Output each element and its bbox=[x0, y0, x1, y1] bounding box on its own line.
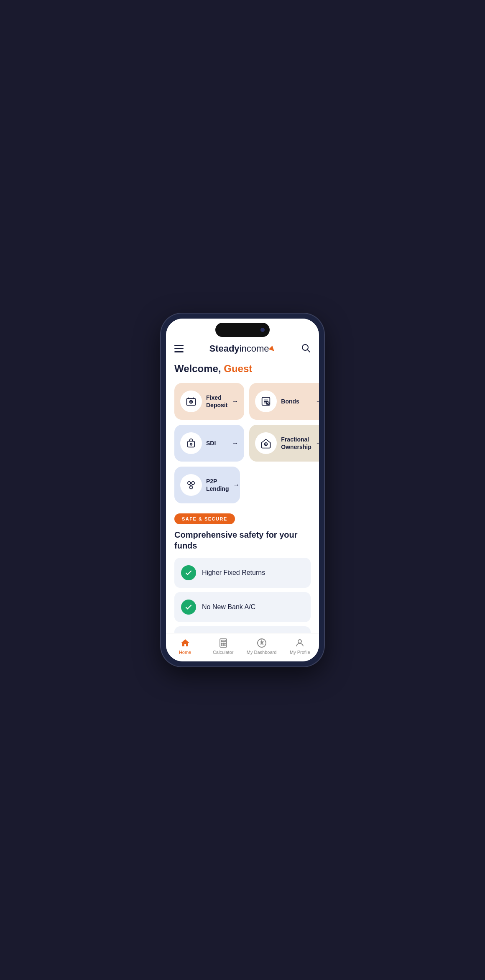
svg-point-11 bbox=[190, 443, 192, 445]
feature-card-digital: Fully Digital Process bbox=[174, 626, 311, 633]
main-content: Welcome, Guest Fixed Deposit → bbox=[166, 360, 319, 633]
fd-icon bbox=[185, 396, 197, 407]
fo-icon-wrap bbox=[255, 432, 277, 454]
feature-label-bank: No New Bank A/C bbox=[202, 603, 255, 611]
menu-button[interactable] bbox=[174, 345, 184, 352]
profile-icon bbox=[294, 638, 305, 648]
logo-bold-text: Steady bbox=[209, 343, 239, 354]
bonds-icon bbox=[260, 396, 272, 407]
product-card-fo[interactable]: Fractional Ownership → bbox=[249, 425, 319, 462]
svg-point-29 bbox=[298, 640, 301, 643]
svg-point-28 bbox=[261, 643, 262, 644]
svg-point-3 bbox=[190, 401, 193, 403]
fo-label: Fractional Ownership bbox=[281, 436, 311, 451]
p2p-arrow: → bbox=[233, 481, 240, 489]
nav-profile[interactable]: My Profile bbox=[285, 638, 314, 655]
fo-icon bbox=[260, 437, 272, 449]
check-icon-bank bbox=[181, 600, 196, 615]
svg-point-15 bbox=[190, 486, 193, 489]
nav-home-label: Home bbox=[179, 650, 191, 655]
p2p-row: P2P Lending → bbox=[174, 467, 311, 503]
bonds-icon-wrap bbox=[255, 390, 277, 412]
fo-arrow: → bbox=[316, 439, 319, 447]
phone-frame: Steady income ▶ Welcome, Guest bbox=[161, 314, 324, 666]
check-icon-hfr bbox=[181, 565, 196, 580]
sdi-icon-wrap bbox=[180, 432, 202, 454]
product-card-fd[interactable]: Fixed Deposit → bbox=[174, 383, 244, 420]
p2p-label: P2P Lending bbox=[206, 477, 229, 493]
notch-area bbox=[166, 319, 319, 339]
nav-dashboard-label: My Dashboard bbox=[247, 650, 277, 655]
nav-profile-label: My Profile bbox=[290, 650, 310, 655]
feature-label-hfr: Higher Fixed Returns bbox=[202, 569, 265, 577]
svg-point-21 bbox=[221, 643, 222, 644]
p2p-icon-wrap bbox=[180, 474, 202, 496]
search-button[interactable] bbox=[301, 343, 311, 355]
svg-point-22 bbox=[223, 643, 224, 644]
notch-pill bbox=[215, 323, 270, 337]
app-logo: Steady income ▶ bbox=[209, 343, 275, 354]
svg-point-26 bbox=[225, 645, 225, 646]
feature-card-hfr: Higher Fixed Returns bbox=[174, 558, 311, 588]
product-card-sdi[interactable]: SDI → bbox=[174, 425, 244, 462]
svg-point-24 bbox=[221, 645, 222, 646]
product-card-bonds[interactable]: Bonds → bbox=[249, 383, 319, 420]
safety-section: SAFE & SECURE Comprehensive safety for y… bbox=[174, 513, 311, 633]
logo-regular-text: income bbox=[240, 343, 269, 354]
welcome-heading: Welcome, Guest bbox=[174, 363, 311, 375]
nav-calculator[interactable]: Calculator bbox=[209, 638, 238, 655]
home-icon bbox=[180, 638, 191, 648]
sdi-icon bbox=[185, 437, 197, 449]
p2p-icon bbox=[185, 479, 197, 491]
svg-point-14 bbox=[191, 482, 194, 485]
svg-point-4 bbox=[191, 401, 191, 402]
safety-title: Comprehensive safety for your funds bbox=[174, 529, 311, 551]
fd-label: Fixed Deposit bbox=[206, 394, 227, 409]
header: Steady income ▶ bbox=[166, 339, 319, 360]
product-card-p2p[interactable]: P2P Lending → bbox=[174, 467, 240, 503]
svg-line-18 bbox=[191, 485, 192, 486]
nav-home[interactable]: Home bbox=[171, 638, 200, 655]
fd-icon-wrap bbox=[180, 390, 202, 412]
bonds-arrow: → bbox=[316, 398, 319, 405]
phone-screen: Steady income ▶ Welcome, Guest bbox=[166, 319, 319, 661]
svg-rect-20 bbox=[221, 640, 225, 642]
feature-card-bank: No New Bank A/C bbox=[174, 592, 311, 622]
svg-line-1 bbox=[307, 350, 310, 352]
product-grid: Fixed Deposit → bbox=[174, 383, 311, 462]
svg-point-23 bbox=[225, 643, 225, 644]
camera-dot bbox=[260, 328, 265, 332]
bottom-nav: Home Calculator bbox=[166, 633, 319, 661]
welcome-guest: Guest bbox=[224, 363, 252, 374]
calculator-icon bbox=[218, 638, 229, 648]
bonds-label: Bonds bbox=[281, 398, 311, 405]
svg-rect-10 bbox=[188, 441, 194, 447]
svg-rect-2 bbox=[187, 398, 196, 405]
sdi-arrow: → bbox=[232, 439, 238, 447]
svg-point-13 bbox=[188, 482, 191, 485]
logo-arrow-icon: ▶ bbox=[268, 344, 277, 353]
dashboard-icon bbox=[256, 638, 267, 648]
safe-badge: SAFE & SECURE bbox=[174, 513, 235, 524]
welcome-text: Welcome, bbox=[174, 363, 224, 374]
fd-arrow: → bbox=[232, 398, 238, 405]
nav-calculator-label: Calculator bbox=[213, 650, 234, 655]
svg-line-17 bbox=[190, 485, 191, 486]
svg-point-25 bbox=[223, 645, 224, 646]
sdi-label: SDI bbox=[206, 439, 227, 447]
nav-dashboard[interactable]: My Dashboard bbox=[247, 638, 277, 655]
